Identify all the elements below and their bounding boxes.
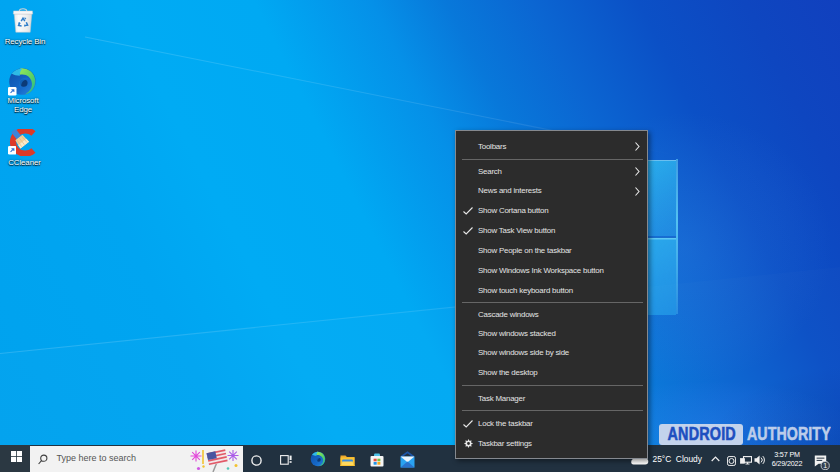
svg-text:1: 1 [823, 462, 827, 469]
